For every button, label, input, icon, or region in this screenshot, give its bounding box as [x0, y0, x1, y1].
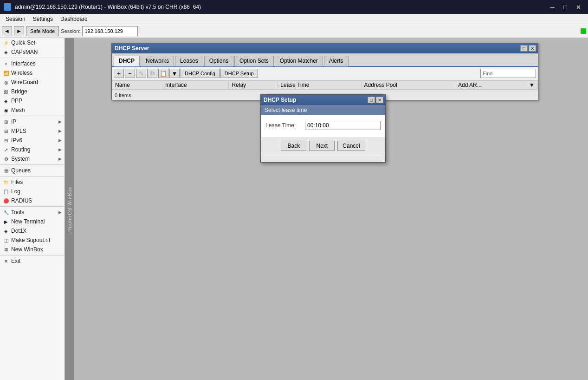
sidebar-separator-2: [0, 116, 65, 116]
vertical-label: RouterOS WinBox: [67, 187, 72, 232]
menu-settings[interactable]: Settings: [29, 15, 57, 23]
ip-icon: ⊞: [3, 118, 9, 125]
col-address-pool[interactable]: Address Pool: [361, 81, 455, 90]
sidebar-item-ipv6[interactable]: ⊟ IPv6 ▶: [0, 136, 65, 145]
sidebar-label-new-winbox: New WinBox: [11, 246, 43, 253]
sidebar-label-dot1x: Dot1X: [11, 228, 26, 234]
connection-status-led: [581, 28, 586, 34]
tab-dhcp[interactable]: DHCP: [114, 56, 140, 66]
capsman-icon: ◈: [3, 49, 9, 55]
sidebar-label-exit: Exit: [11, 258, 20, 264]
sidebar-item-log[interactable]: 📋 Log: [0, 187, 65, 196]
sidebar-item-queues[interactable]: ▤ Queues: [0, 166, 65, 175]
col-name[interactable]: Name: [112, 81, 162, 90]
setup-restore-button[interactable]: □: [368, 97, 375, 103]
sidebar-item-mpls[interactable]: ⊟ MPLS ▶: [0, 126, 65, 136]
dhcp-restore-button[interactable]: □: [520, 45, 528, 52]
sidebar-item-interfaces[interactable]: ≡ Interfaces: [0, 59, 65, 68]
setup-body: Lease Time:: [261, 115, 385, 138]
sidebar-item-system[interactable]: ⚙ System ▶: [0, 154, 65, 164]
dhcp-server-window: DHCP Server □ ✕ DHCP Networks Leases Opt…: [111, 43, 538, 100]
forward-button[interactable]: ►: [14, 26, 24, 36]
sidebar-label-log: Log: [11, 188, 20, 195]
dhcp-setup-button[interactable]: DHCP Setup: [220, 69, 258, 78]
sidebar-separator-3: [0, 164, 65, 165]
find-input[interactable]: [480, 69, 536, 78]
cancel-button[interactable]: Cancel: [337, 141, 365, 151]
col-interface[interactable]: Interface: [162, 81, 229, 90]
dhcp-close-button[interactable]: ✕: [529, 45, 536, 52]
quick-set-icon: ⚡: [3, 39, 9, 46]
ip-arrow-icon: ▶: [58, 119, 62, 124]
sidebar-item-new-winbox[interactable]: 🖥 New WinBox: [0, 245, 65, 254]
filter-button[interactable]: ▼: [169, 69, 180, 78]
restore-button[interactable]: □: [559, 2, 571, 12]
back-button[interactable]: Back: [281, 141, 306, 151]
col-add-ar[interactable]: Add AR...: [455, 81, 526, 90]
sidebar-item-make-supout[interactable]: ◫ Make Supout.rif: [0, 236, 65, 245]
sidebar-label-wireless: Wireless: [11, 70, 32, 76]
main-layout: ⚡ Quick Set ◈ CAPsMAN ≡ Interfaces 📶 Wir…: [0, 38, 588, 380]
remove-button[interactable]: −: [125, 69, 135, 78]
lease-time-input[interactable]: [305, 121, 381, 130]
add-button[interactable]: +: [114, 69, 124, 78]
sidebar-item-capsman[interactable]: ◈ CAPsMAN: [0, 47, 65, 57]
tab-bar: DHCP Networks Leases Options Option Sets…: [112, 53, 538, 67]
lease-time-field: Lease Time:: [265, 121, 381, 130]
sidebar-label-routing: Routing: [11, 146, 30, 153]
sidebar-item-exit[interactable]: ✕ Exit: [0, 256, 65, 266]
next-button[interactable]: Next: [309, 141, 335, 151]
tab-leases[interactable]: Leases: [175, 56, 203, 66]
sidebar-item-quick-set[interactable]: ⚡ Quick Set: [0, 38, 65, 47]
tab-options[interactable]: Options: [204, 56, 233, 66]
sidebar-item-wireless[interactable]: 📶 Wireless: [0, 68, 65, 78]
sidebar-item-dot1x[interactable]: ◈ Dot1X: [0, 226, 65, 236]
menu-dashboard[interactable]: Dashboard: [57, 15, 91, 23]
sidebar-item-bridge[interactable]: ⛓ Bridge: [0, 87, 65, 96]
sidebar-item-radius[interactable]: 🔴 RADIUS: [0, 196, 65, 205]
col-lease-time[interactable]: Lease Time: [278, 81, 361, 90]
new-winbox-icon: 🖥: [3, 246, 9, 253]
sidebar-item-routing[interactable]: ↗ Routing ▶: [0, 145, 65, 154]
col-relay[interactable]: Relay: [229, 81, 278, 90]
sidebar-item-ppp[interactable]: ◈ PPP: [0, 96, 65, 105]
radius-icon: 🔴: [3, 197, 9, 204]
tab-alerts[interactable]: Alerts: [324, 56, 349, 66]
edit-button[interactable]: ✎: [136, 69, 146, 78]
close-button[interactable]: ✕: [572, 2, 584, 12]
session-input[interactable]: [82, 26, 138, 36]
sidebar-item-new-terminal[interactable]: ▶ New Terminal: [0, 217, 65, 226]
sidebar-label-system: System: [11, 156, 30, 162]
menu-session[interactable]: Session: [2, 15, 29, 23]
bridge-icon: ⛓: [3, 88, 9, 95]
tab-option-matcher[interactable]: Option Matcher: [275, 56, 323, 66]
sidebar-item-ip[interactable]: ⊞ IP ▶: [0, 117, 65, 126]
copy-button[interactable]: ⧉: [147, 69, 157, 78]
sidebar-separator-5: [0, 206, 65, 207]
back-button[interactable]: ◄: [2, 26, 12, 36]
mpls-arrow-icon: ▶: [58, 129, 62, 133]
sidebar-item-tools[interactable]: 🔧 Tools ▶: [0, 208, 65, 217]
dhcp-title-controls: □ ✕: [520, 45, 536, 52]
new-terminal-icon: ▶: [3, 218, 9, 225]
paste-button[interactable]: 📋: [158, 69, 168, 78]
routing-arrow-icon: ▶: [58, 147, 62, 152]
tab-option-sets[interactable]: Option Sets: [234, 56, 274, 66]
sidebar-item-mesh[interactable]: ◉ Mesh: [0, 105, 65, 115]
ipv6-arrow-icon: ▶: [58, 138, 62, 143]
queues-icon: ▤: [3, 167, 9, 174]
minimize-button[interactable]: ─: [546, 2, 558, 12]
safe-mode-button[interactable]: Safe Mode: [26, 26, 59, 36]
setup-close-button[interactable]: ✕: [376, 97, 383, 103]
interfaces-icon: ≡: [3, 60, 9, 67]
sidebar-label-capsman: CAPsMAN: [11, 49, 38, 55]
title-bar-title: admin@192.168.150.129 (Router1) - WinBox…: [15, 4, 201, 10]
col-dropdown-button[interactable]: ▼: [526, 81, 538, 90]
dhcp-config-button[interactable]: DHCP Config: [181, 69, 220, 78]
sidebar-item-files[interactable]: 📁 Files: [0, 177, 65, 187]
items-count: 0 items: [115, 92, 131, 98]
tab-networks[interactable]: Networks: [141, 56, 174, 66]
sidebar-label-ip: IP: [11, 118, 16, 125]
sidebar-item-wireguard[interactable]: ◎ WireGuard: [0, 78, 65, 87]
winbox-icon: [4, 3, 11, 11]
